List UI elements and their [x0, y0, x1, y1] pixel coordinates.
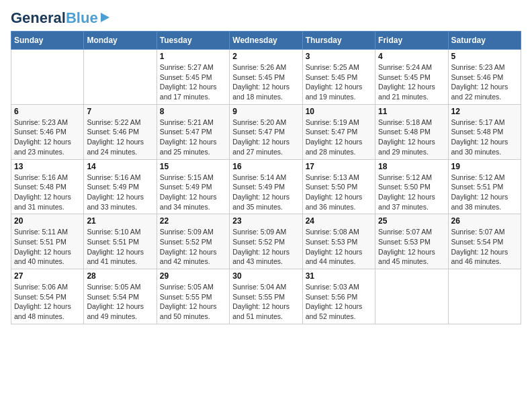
- day-info: Sunrise: 5:23 AM Sunset: 5:46 PM Dayligh…: [14, 118, 81, 157]
- day-info: Sunrise: 5:11 AM Sunset: 5:51 PM Dayligh…: [14, 227, 81, 267]
- day-info: Sunrise: 5:07 AM Sunset: 5:53 PM Dayligh…: [378, 227, 445, 267]
- calendar-day-cell: 3Sunrise: 5:25 AM Sunset: 5:45 PM Daylig…: [302, 50, 375, 105]
- day-info: Sunrise: 5:13 AM Sunset: 5:50 PM Dayligh…: [306, 173, 372, 212]
- day-info: Sunrise: 5:06 AM Sunset: 5:54 PM Dayligh…: [14, 282, 81, 322]
- day-of-week-header: Sunday: [11, 32, 84, 50]
- day-info: Sunrise: 5:19 AM Sunset: 5:47 PM Dayligh…: [306, 118, 372, 157]
- calendar-day-cell: 4Sunrise: 5:24 AM Sunset: 5:45 PM Daylig…: [375, 50, 448, 105]
- day-info: Sunrise: 5:05 AM Sunset: 5:54 PM Dayligh…: [87, 282, 153, 322]
- day-of-week-header: Monday: [84, 32, 157, 50]
- calendar-week-row: 20Sunrise: 5:11 AM Sunset: 5:51 PM Dayli…: [11, 214, 521, 269]
- day-info: Sunrise: 5:24 AM Sunset: 5:45 PM Dayligh…: [378, 62, 445, 102]
- calendar-day-cell: 29Sunrise: 5:05 AM Sunset: 5:55 PM Dayli…: [157, 269, 229, 324]
- day-number: 1: [160, 52, 226, 61]
- logo-text: GeneralBlue: [11, 11, 98, 26]
- day-number: 5: [451, 52, 518, 61]
- day-number: 29: [160, 271, 226, 281]
- day-info: Sunrise: 5:16 AM Sunset: 5:49 PM Dayligh…: [87, 173, 153, 212]
- day-of-week-header: Thursday: [302, 32, 375, 50]
- day-info: Sunrise: 5:16 AM Sunset: 5:48 PM Dayligh…: [14, 173, 81, 212]
- day-info: Sunrise: 5:07 AM Sunset: 5:54 PM Dayligh…: [451, 227, 518, 267]
- calendar-day-cell: 23Sunrise: 5:09 AM Sunset: 5:52 PM Dayli…: [230, 214, 302, 269]
- day-number: 21: [87, 216, 153, 226]
- day-number: 17: [306, 162, 372, 171]
- calendar-day-cell: 16Sunrise: 5:14 AM Sunset: 5:49 PM Dayli…: [230, 159, 302, 214]
- day-number: 30: [232, 271, 299, 281]
- day-number: 7: [87, 107, 153, 116]
- day-of-week-header: Friday: [375, 32, 448, 50]
- day-number: 4: [378, 52, 445, 61]
- calendar-day-cell: 10Sunrise: 5:19 AM Sunset: 5:47 PM Dayli…: [302, 104, 375, 159]
- day-number: 10: [306, 107, 372, 116]
- day-info: Sunrise: 5:23 AM Sunset: 5:46 PM Dayligh…: [451, 62, 518, 102]
- calendar-day-cell: 25Sunrise: 5:07 AM Sunset: 5:53 PM Dayli…: [375, 214, 448, 269]
- day-of-week-header: Wednesday: [230, 32, 302, 50]
- day-info: Sunrise: 5:09 AM Sunset: 5:52 PM Dayligh…: [232, 227, 299, 267]
- day-number: 28: [87, 271, 153, 281]
- calendar-day-cell: [448, 269, 521, 324]
- calendar-day-cell: 13Sunrise: 5:16 AM Sunset: 5:48 PM Dayli…: [11, 159, 84, 214]
- day-info: Sunrise: 5:22 AM Sunset: 5:46 PM Dayligh…: [87, 118, 153, 157]
- day-number: 16: [232, 162, 299, 171]
- day-info: Sunrise: 5:18 AM Sunset: 5:48 PM Dayligh…: [378, 118, 445, 157]
- calendar-day-cell: 5Sunrise: 5:23 AM Sunset: 5:46 PM Daylig…: [448, 50, 521, 105]
- calendar-day-cell: 28Sunrise: 5:05 AM Sunset: 5:54 PM Dayli…: [84, 269, 157, 324]
- day-info: Sunrise: 5:26 AM Sunset: 5:45 PM Dayligh…: [232, 62, 299, 102]
- day-info: Sunrise: 5:09 AM Sunset: 5:52 PM Dayligh…: [160, 227, 226, 267]
- calendar-day-cell: 6Sunrise: 5:23 AM Sunset: 5:46 PM Daylig…: [11, 104, 84, 159]
- day-number: 31: [306, 271, 372, 281]
- calendar-day-cell: 12Sunrise: 5:17 AM Sunset: 5:48 PM Dayli…: [448, 104, 521, 159]
- calendar-day-cell: 18Sunrise: 5:12 AM Sunset: 5:50 PM Dayli…: [375, 159, 448, 214]
- calendar-header-row: SundayMondayTuesdayWednesdayThursdayFrid…: [11, 32, 521, 50]
- day-number: 19: [451, 162, 518, 171]
- calendar-day-cell: 22Sunrise: 5:09 AM Sunset: 5:52 PM Dayli…: [157, 214, 229, 269]
- day-number: 23: [232, 216, 299, 226]
- calendar-day-cell: 14Sunrise: 5:16 AM Sunset: 5:49 PM Dayli…: [84, 159, 157, 214]
- calendar-day-cell: [84, 50, 157, 105]
- calendar-day-cell: 15Sunrise: 5:15 AM Sunset: 5:49 PM Dayli…: [157, 159, 229, 214]
- page-header: GeneralBlue: [11, 11, 521, 26]
- calendar-day-cell: 17Sunrise: 5:13 AM Sunset: 5:50 PM Dayli…: [302, 159, 375, 214]
- day-of-week-header: Saturday: [448, 32, 521, 50]
- day-number: 12: [451, 107, 518, 116]
- day-number: 27: [14, 271, 81, 281]
- calendar-week-row: 13Sunrise: 5:16 AM Sunset: 5:48 PM Dayli…: [11, 159, 521, 214]
- day-number: 22: [160, 216, 226, 226]
- day-number: 3: [306, 52, 372, 61]
- day-number: 8: [160, 107, 226, 116]
- day-info: Sunrise: 5:08 AM Sunset: 5:53 PM Dayligh…: [306, 227, 372, 267]
- calendar-day-cell: 19Sunrise: 5:12 AM Sunset: 5:51 PM Dayli…: [448, 159, 521, 214]
- calendar-table: SundayMondayTuesdayWednesdayThursdayFrid…: [11, 31, 521, 324]
- calendar-day-cell: [375, 269, 448, 324]
- calendar-day-cell: 8Sunrise: 5:21 AM Sunset: 5:47 PM Daylig…: [157, 104, 229, 159]
- calendar-day-cell: 2Sunrise: 5:26 AM Sunset: 5:45 PM Daylig…: [230, 50, 302, 105]
- day-info: Sunrise: 5:12 AM Sunset: 5:50 PM Dayligh…: [378, 173, 445, 212]
- day-info: Sunrise: 5:25 AM Sunset: 5:45 PM Dayligh…: [306, 62, 372, 102]
- calendar-week-row: 1Sunrise: 5:27 AM Sunset: 5:45 PM Daylig…: [11, 50, 521, 105]
- calendar-day-cell: 27Sunrise: 5:06 AM Sunset: 5:54 PM Dayli…: [11, 269, 84, 324]
- calendar-week-row: 6Sunrise: 5:23 AM Sunset: 5:46 PM Daylig…: [11, 104, 521, 159]
- day-info: Sunrise: 5:05 AM Sunset: 5:55 PM Dayligh…: [160, 282, 226, 322]
- day-info: Sunrise: 5:10 AM Sunset: 5:51 PM Dayligh…: [87, 227, 153, 267]
- day-number: 9: [232, 107, 299, 116]
- day-info: Sunrise: 5:27 AM Sunset: 5:45 PM Dayligh…: [160, 62, 226, 102]
- day-info: Sunrise: 5:20 AM Sunset: 5:47 PM Dayligh…: [232, 118, 299, 157]
- day-info: Sunrise: 5:15 AM Sunset: 5:49 PM Dayligh…: [160, 173, 226, 212]
- day-info: Sunrise: 5:04 AM Sunset: 5:55 PM Dayligh…: [232, 282, 299, 322]
- calendar-week-row: 27Sunrise: 5:06 AM Sunset: 5:54 PM Dayli…: [11, 269, 521, 324]
- day-number: 14: [87, 162, 153, 171]
- calendar-day-cell: 9Sunrise: 5:20 AM Sunset: 5:47 PM Daylig…: [230, 104, 302, 159]
- day-info: Sunrise: 5:17 AM Sunset: 5:48 PM Dayligh…: [451, 118, 518, 157]
- calendar-day-cell: 11Sunrise: 5:18 AM Sunset: 5:48 PM Dayli…: [375, 104, 448, 159]
- day-info: Sunrise: 5:03 AM Sunset: 5:56 PM Dayligh…: [306, 282, 372, 322]
- calendar-day-cell: 1Sunrise: 5:27 AM Sunset: 5:45 PM Daylig…: [157, 50, 229, 105]
- day-info: Sunrise: 5:21 AM Sunset: 5:47 PM Dayligh…: [160, 118, 226, 157]
- calendar-day-cell: 31Sunrise: 5:03 AM Sunset: 5:56 PM Dayli…: [302, 269, 375, 324]
- calendar-day-cell: 21Sunrise: 5:10 AM Sunset: 5:51 PM Dayli…: [84, 214, 157, 269]
- calendar-day-cell: 24Sunrise: 5:08 AM Sunset: 5:53 PM Dayli…: [302, 214, 375, 269]
- calendar-day-cell: 20Sunrise: 5:11 AM Sunset: 5:51 PM Dayli…: [11, 214, 84, 269]
- day-number: 15: [160, 162, 226, 171]
- logo: GeneralBlue: [11, 11, 109, 26]
- calendar-day-cell: [11, 50, 84, 105]
- day-number: 13: [14, 162, 81, 171]
